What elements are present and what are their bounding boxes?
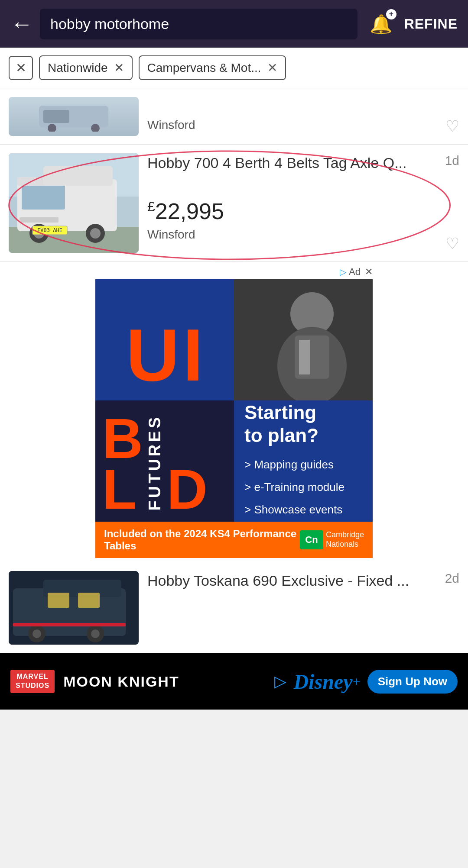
svg-rect-23	[299, 340, 310, 374]
bell-plus-icon: +	[386, 9, 396, 19]
ad-letter-b: B	[102, 413, 143, 464]
ad-close-icon[interactable]: ✕	[365, 266, 373, 278]
back-button[interactable]: ←	[10, 13, 33, 35]
ad-label-row: ▷ Ad ✕	[95, 266, 373, 278]
clear-all-button[interactable]: ✕	[9, 56, 33, 80]
heart-icon-hobby700[interactable]: ♡	[445, 235, 459, 253]
app-header: ← hobby motorhome 🔔 + REFINE	[0, 0, 468, 48]
nationwide-close-icon[interactable]: ✕	[114, 61, 124, 75]
bottom-ad-bar: MARVELSTUDIOS MOON KNIGHT ▷ Disney+ Sign…	[0, 653, 468, 710]
svg-point-30	[32, 629, 41, 638]
ad-bottom-left: B L FUTURES D	[95, 400, 234, 522]
marvel-badge: MARVELSTUDIOS	[10, 670, 55, 693]
heart-icon-partial[interactable]: ♡	[445, 117, 459, 136]
ad-list: > Mapping guides > e-Training module > S…	[244, 453, 362, 521]
search-bar[interactable]: hobby motorhome	[40, 9, 358, 39]
ad-list-item-2: > e-Training module	[244, 476, 362, 498]
svg-text:FV03 AHE: FV03 AHE	[37, 227, 62, 233]
ad-text: Ad	[349, 266, 361, 278]
svg-rect-33	[13, 623, 126, 626]
ad-top-left: U I	[95, 279, 234, 400]
svg-point-32	[91, 629, 100, 638]
filter-chip-nationwide[interactable]: Nationwide ✕	[39, 55, 133, 80]
filter-chip-category[interactable]: Campervans & Mot... ✕	[139, 55, 286, 80]
listing-info-hobby700: Hobby 700 4 Berth 4 Belts Tag Axle Q... …	[147, 153, 459, 253]
ad-banner: ▷ Ad ✕ U I B L	[0, 262, 468, 562]
ad-strip-text: Included on the 2024 KS4 Performance Tab…	[104, 528, 300, 552]
disney-logo: Disney+	[293, 670, 360, 694]
partial-location: Winsford	[147, 118, 459, 132]
listing-title-toskana: Hobby Toskana 690 Exclusive - Fixed ...	[147, 571, 433, 590]
cambridge-text: Cambridge Nationals	[326, 530, 364, 549]
listing-card-partial-top[interactable]: Winsford ♡	[0, 88, 468, 145]
listing-image-hobby700: FV03 AHE	[9, 153, 139, 253]
category-label: Campervans & Mot...	[147, 61, 261, 75]
cambridge-icon: Cn	[300, 530, 323, 549]
ad-list-item-1: > Mapping guides	[244, 453, 362, 476]
listing-info-toskana: Hobby Toskana 690 Exclusive - Fixed ... …	[147, 571, 459, 644]
refine-button[interactable]: REFINE	[404, 16, 458, 32]
ad-starting-text: Starting to plan?	[244, 401, 362, 447]
ad-futures-vertical: FUTURES	[146, 415, 164, 510]
ad-play-icon: ▷	[340, 267, 346, 277]
svg-point-14	[90, 228, 101, 239]
cambridge-logo: Cn Cambridge Nationals	[300, 530, 364, 549]
ad-label: ▷ Ad ✕	[340, 266, 373, 278]
listing-price-hobby700: £22,995	[147, 198, 433, 224]
listing-image-toskana	[9, 571, 139, 645]
svg-rect-1	[43, 110, 69, 123]
ad-list-item-3: > Showcase events	[244, 498, 362, 521]
ad-letter-d: D	[167, 464, 208, 515]
nationwide-label: Nationwide	[48, 61, 108, 75]
listing-location-hobby700: Winsford	[147, 228, 433, 242]
filter-bar: ✕ Nationwide ✕ Campervans & Mot... ✕	[0, 48, 468, 88]
ad-letter-l: L	[102, 464, 136, 515]
signup-button[interactable]: Sign Up Now	[367, 670, 458, 694]
partial-listing-info: Winsford ♡	[147, 97, 459, 136]
listing-age-toskana: 2d	[445, 571, 459, 586]
ad-top-right-person	[234, 279, 373, 400]
ad-bottom-right: Starting to plan? > Mapping guides > e-T…	[234, 400, 373, 522]
svg-rect-17	[20, 217, 58, 223]
ad-bottom-strip: Included on the 2024 KS4 Performance Tab…	[95, 522, 373, 558]
svg-rect-27	[48, 593, 69, 608]
listing-card-toskana[interactable]: Hobby Toskana 690 Exclusive - Fixed ... …	[0, 562, 468, 653]
ad-content-grid: U I B L FUTURES D	[95, 279, 373, 522]
svg-rect-10	[43, 166, 113, 186]
notification-bell[interactable]: 🔔 +	[370, 13, 392, 35]
ad-letter-i: I	[183, 318, 203, 392]
listing-card-hobby700[interactable]: FV03 AHE Hobby 700 4 Berth 4 Belts Tag A…	[0, 145, 468, 262]
ad-letter-u: U	[126, 318, 179, 392]
listing-age-hobby700: 1d	[445, 153, 459, 168]
listing-title-hobby700: Hobby 700 4 Berth 4 Belts Tag Axle Q...	[147, 153, 433, 172]
moonknight-title: MOON KNIGHT	[63, 673, 179, 690]
svg-rect-8	[22, 184, 65, 210]
svg-rect-28	[78, 593, 100, 608]
listing-image-partial	[9, 97, 139, 136]
category-close-icon[interactable]: ✕	[267, 61, 277, 75]
ad-play-right-icon: ▷	[274, 672, 286, 691]
